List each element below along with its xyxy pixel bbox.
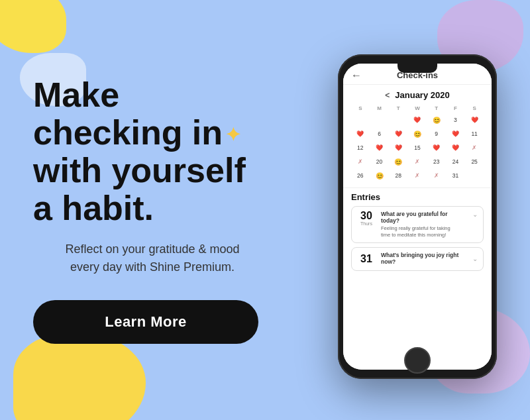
cal-day-28[interactable]: 28 bbox=[389, 169, 407, 182]
dow-wed: W bbox=[408, 104, 427, 113]
headline: Make checking in✦ with yourself a habit. bbox=[33, 76, 272, 228]
entries-title: Entries bbox=[351, 192, 484, 202]
dow-sat: S bbox=[465, 104, 484, 113]
back-arrow-icon[interactable]: ← bbox=[351, 70, 362, 81]
background: Make checking in✦ with yourself a habit.… bbox=[0, 0, 530, 420]
cal-day-30[interactable]: ✗ bbox=[427, 169, 446, 182]
phone-notch bbox=[398, 64, 437, 73]
entry-day-num-2: 31 bbox=[357, 254, 376, 264]
sparkle-icon: ✦ bbox=[225, 125, 240, 146]
subheadline: Reflect on your gratitude & moodevery da… bbox=[33, 240, 272, 276]
entry-content-1: What are you grateful for today? Feeling… bbox=[381, 211, 467, 238]
dow-tue: T bbox=[389, 104, 407, 113]
entry-day-name-1: Thurs bbox=[357, 221, 376, 226]
entry-content-2: What's bringing you joy right now? bbox=[381, 252, 467, 266]
phone-home-button bbox=[404, 347, 431, 374]
cal-day-15[interactable]: 15 bbox=[408, 141, 427, 154]
content-wrapper: Make checking in✦ with yourself a habit.… bbox=[0, 0, 530, 420]
cal-day-8[interactable]: 😊 bbox=[408, 127, 427, 140]
calendar-nav: < January 2020 bbox=[351, 90, 484, 100]
entry-question-2: What's bringing you joy right now? bbox=[381, 252, 467, 265]
cal-day-empty bbox=[389, 113, 407, 127]
cal-day-14[interactable]: ❤️ bbox=[389, 141, 407, 154]
cal-day-11[interactable]: 11 bbox=[465, 127, 484, 140]
learn-more-button[interactable]: Learn More bbox=[33, 300, 258, 344]
cal-day-16[interactable]: ❤️ bbox=[427, 141, 446, 154]
cal-day-3[interactable]: 3 bbox=[447, 113, 465, 127]
cal-day-7[interactable]: ❤️ bbox=[389, 127, 407, 140]
calendar-section: < January 2020 S M T W T F bbox=[343, 85, 492, 187]
cal-day-20[interactable]: 20 bbox=[370, 155, 389, 168]
dow-mon: M bbox=[370, 104, 389, 113]
headline-line3: with yourself bbox=[33, 151, 246, 189]
dow-thu: T bbox=[427, 104, 446, 113]
cal-day-26[interactable]: 26 bbox=[351, 169, 370, 182]
cal-day-2[interactable]: 😊 bbox=[427, 113, 446, 127]
headline-line4: a habit. bbox=[33, 189, 154, 227]
entry-card-2[interactable]: 31 What's bringing you joy right now? ⌄ bbox=[351, 247, 484, 271]
app-content: ← Check-ins < January 2020 S bbox=[343, 64, 492, 370]
cal-day-6[interactable]: 6 bbox=[370, 127, 389, 140]
cal-day-9[interactable]: 9 bbox=[427, 127, 446, 140]
cal-day-13[interactable]: ❤️ bbox=[370, 141, 389, 154]
cal-day-18[interactable]: ✗ bbox=[465, 141, 484, 154]
cal-day-empty bbox=[370, 113, 389, 127]
cal-day-27[interactable]: 😊 bbox=[370, 169, 389, 182]
entry-date-2: 31 bbox=[357, 254, 376, 264]
right-panel: ← Check-ins < January 2020 S bbox=[305, 0, 530, 420]
entry-date-1: 30 Thurs bbox=[357, 211, 376, 226]
cal-day-29[interactable]: ✗ bbox=[408, 169, 427, 182]
cal-day-5[interactable]: ❤️ bbox=[351, 127, 370, 140]
cal-day-22[interactable]: ✗ bbox=[408, 155, 427, 168]
entry-card-1[interactable]: 30 Thurs What are you grateful for today… bbox=[351, 206, 484, 243]
calendar-month-year: January 2020 bbox=[395, 90, 449, 100]
entry-chevron-2-icon[interactable]: ⌄ bbox=[472, 255, 478, 262]
cal-day-24[interactable]: 24 bbox=[447, 155, 465, 168]
cal-day-23[interactable]: 23 bbox=[427, 155, 446, 168]
dow-sun: S bbox=[351, 104, 370, 113]
cal-day-empty bbox=[465, 169, 484, 182]
prev-month-button[interactable]: < bbox=[385, 91, 390, 100]
entry-day-num-1: 30 bbox=[357, 211, 376, 221]
phone-mockup: ← Check-ins < January 2020 S bbox=[338, 54, 497, 379]
left-panel: Make checking in✦ with yourself a habit.… bbox=[0, 50, 305, 371]
cal-day-1[interactable]: ❤️ bbox=[408, 113, 427, 127]
phone-screen: ← Check-ins < January 2020 S bbox=[343, 64, 492, 370]
entry-question-1: What are you grateful for today? bbox=[381, 211, 467, 224]
cal-day-21[interactable]: 😊 bbox=[389, 155, 407, 168]
calendar-grid: S M T W T F S ❤️ bbox=[351, 104, 484, 182]
cal-day-19[interactable]: ✗ bbox=[351, 155, 370, 168]
headline-line2: checking in✦ bbox=[33, 113, 240, 152]
dow-fri: F bbox=[447, 104, 465, 113]
cal-day-31[interactable]: 31 bbox=[447, 169, 465, 182]
entry-answer-1: Feeling really grateful for takingtime t… bbox=[381, 225, 467, 238]
cal-day-empty bbox=[351, 113, 370, 127]
cal-day-25[interactable]: 25 bbox=[465, 155, 484, 168]
entry-chevron-1-icon[interactable]: ⌄ bbox=[472, 211, 478, 218]
cal-day-12[interactable]: 12 bbox=[351, 141, 370, 154]
cal-day-4[interactable]: ❤️ bbox=[465, 113, 484, 127]
cal-day-10[interactable]: ❤️ bbox=[447, 127, 465, 140]
entries-section: Entries 30 Thurs What are you grateful f… bbox=[343, 187, 492, 275]
headline-line1: Make bbox=[33, 76, 119, 114]
cal-day-17[interactable]: ❤️ bbox=[447, 141, 465, 154]
